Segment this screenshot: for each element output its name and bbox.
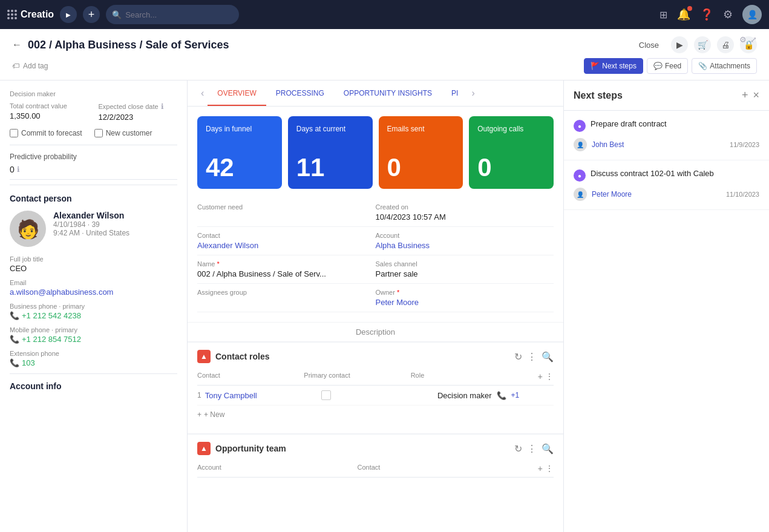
contact-roles-refresh-icon[interactable]: ↻ xyxy=(514,351,522,363)
tabs-next-button[interactable]: › xyxy=(468,88,478,99)
business-phone-label: Business phone · primary xyxy=(10,303,177,310)
extension-phone-link[interactable]: 103 xyxy=(22,358,35,367)
print-button[interactable]: 🖨 xyxy=(717,36,734,53)
feed-label: Feed xyxy=(665,62,681,70)
tab-overview[interactable]: OVERVIEW xyxy=(208,80,266,106)
top-navigation: Creatio ▶ + 🔍 ⊞ 🔔 ❓ ⚙ 👤 xyxy=(0,0,769,29)
opportunity-team-title: Opportunity team xyxy=(215,444,509,453)
opportunity-team-more-icon[interactable]: ⋮ xyxy=(527,443,537,455)
app-name: Creatio xyxy=(21,9,54,20)
step-dot-1: ● xyxy=(574,120,586,132)
contact-roles-table: Contact Primary contact Role + ⋮ 1 Tony … xyxy=(188,368,563,433)
add-new-label: + New xyxy=(204,410,224,419)
tab-processing[interactable]: PROCESSING xyxy=(266,80,334,106)
add-team-member-icon[interactable]: + xyxy=(538,464,543,473)
phone-extra-count: +1 xyxy=(511,391,520,399)
opportunity-team-search-icon[interactable]: 🔍 xyxy=(542,443,554,455)
next-step-item-1: ● Prepare draft contract 👤 John Best 11/… xyxy=(564,111,769,160)
expand-icon[interactable]: ⤢ xyxy=(750,35,757,44)
contact-person-section: Contact person 🧑 Alexander Wilson 4/10/1… xyxy=(10,185,177,367)
search-input[interactable] xyxy=(125,10,233,19)
close-button[interactable]: Close xyxy=(633,38,665,53)
contact-avatar: 🧑 xyxy=(10,211,46,247)
contact-row-name-link[interactable]: Tony Campbell xyxy=(205,391,257,400)
details-grid: Customer need Created on 10/4/2023 10:57… xyxy=(188,199,563,322)
row-number: 1 xyxy=(197,391,201,399)
opportunity-team-table-header: Account Contact + ⋮ xyxy=(188,460,563,478)
opportunity-team-collapse-button[interactable]: ▲ xyxy=(197,442,211,455)
feed-icon: 💬 xyxy=(653,62,663,70)
right-panel-header: Next steps + × xyxy=(564,80,769,111)
settings-gear-icon[interactable]: ⚙ xyxy=(739,35,747,44)
left-panel: Decision maker Total contract value 1,35… xyxy=(0,80,188,532)
email-link[interactable]: a.wilson@alphabusiness.com xyxy=(10,287,113,297)
bell-icon[interactable]: 🔔 xyxy=(677,8,690,21)
expected-close-date-value: 12/2/2023 xyxy=(99,113,178,122)
kpi-emails-sent: Emails sent 0 xyxy=(379,116,463,189)
right-panel-close-button[interactable]: × xyxy=(753,89,759,102)
help-icon[interactable]: ❓ xyxy=(700,8,713,21)
kpi-days-at-current-value: 11 xyxy=(296,155,364,180)
expected-date-info-icon[interactable]: ℹ xyxy=(161,102,164,111)
add-new-contact-role-button[interactable]: + + New xyxy=(197,406,554,424)
contact-name: Alexander Wilson xyxy=(53,211,177,220)
add-button[interactable]: + xyxy=(83,6,100,23)
contact-dob: 4/10/1984 · 39 xyxy=(53,220,177,229)
commit-to-forecast-checkbox[interactable] xyxy=(10,129,18,137)
more-contact-role-icon[interactable]: ⋮ xyxy=(545,372,554,381)
add-tag-area[interactable]: 🏷 Add tag xyxy=(12,62,48,70)
grid-icon[interactable]: ⊞ xyxy=(659,9,667,21)
step-dot-2: ● xyxy=(574,169,586,182)
phone-action-icon[interactable]: 📞 xyxy=(497,391,506,400)
business-phone-link[interactable]: +1 212 542 4238 xyxy=(22,311,81,320)
tab-pi[interactable]: PI xyxy=(442,80,468,106)
mobile-phone-icon: 📞 xyxy=(10,335,19,344)
tab-opportunity-insights[interactable]: OPPORTUNITY INSIGHTS xyxy=(334,80,442,106)
contact-roles-collapse-button[interactable]: ▲ xyxy=(197,350,211,363)
account-value[interactable]: Alpha Business xyxy=(376,241,554,250)
job-title-value: CEO xyxy=(10,264,177,273)
back-button[interactable]: ← xyxy=(12,39,22,50)
feed-tab-button[interactable]: 💬 Feed xyxy=(647,58,688,74)
step-date-2: 11/10/2023 xyxy=(726,191,759,198)
kpi-emails-sent-label: Emails sent xyxy=(387,125,455,133)
owner-value[interactable]: Peter Moore xyxy=(376,298,554,307)
owner-label: Owner * xyxy=(376,289,554,296)
mobile-phone-link[interactable]: +1 212 854 7512 xyxy=(22,335,81,344)
opportunity-team-header: ▲ Opportunity team ↻ ⋮ 🔍 xyxy=(188,433,563,460)
attachments-tab-button[interactable]: 📎 Attachments xyxy=(692,58,757,74)
play-button[interactable]: ▶ xyxy=(60,6,77,23)
contact-value[interactable]: Alexander Wilson xyxy=(197,241,376,250)
run-button[interactable]: ▶ xyxy=(671,36,688,53)
kpi-outgoing-calls-value: 0 xyxy=(477,155,545,180)
settings-icon[interactable]: ⚙ xyxy=(723,8,733,21)
next-step-item-2: ● Discuss contract 102-01 with Caleb 👤 P… xyxy=(564,160,769,210)
primary-contact-checkbox[interactable] xyxy=(321,390,331,400)
more-team-icon[interactable]: ⋮ xyxy=(545,464,554,473)
attachment-icon: 📎 xyxy=(698,62,707,70)
description-label: Description xyxy=(188,322,563,341)
right-panel-add-button[interactable]: + xyxy=(742,89,748,102)
contact-person-title: Contact person xyxy=(10,194,177,203)
predictive-info-icon[interactable]: ℹ xyxy=(17,165,20,174)
assignees-group-label: Assignees group xyxy=(197,289,376,296)
checkbox-row: Commit to forecast New customer xyxy=(10,129,177,137)
tabs-prev-button[interactable]: ‹ xyxy=(197,88,208,99)
cart-button[interactable]: 🛒 xyxy=(694,36,711,53)
search-box[interactable]: 🔍 xyxy=(106,5,239,24)
name-label: Name * xyxy=(197,260,376,268)
contact-roles-more-icon[interactable]: ⋮ xyxy=(527,351,537,363)
contact-roles-search-icon[interactable]: 🔍 xyxy=(542,351,554,363)
step-title-2: Discuss contract 102-01 with Caleb xyxy=(591,169,714,178)
opportunity-team-refresh-icon[interactable]: ↻ xyxy=(514,443,522,455)
step-user-2[interactable]: Peter Moore xyxy=(592,190,721,199)
step-user-1[interactable]: John Best xyxy=(592,140,725,149)
new-customer-checkbox[interactable] xyxy=(94,129,103,137)
add-contact-role-icon[interactable]: + xyxy=(538,372,543,381)
commit-to-forecast-label: Commit to forecast xyxy=(21,129,82,137)
sales-channel-label: Sales channel xyxy=(376,260,554,268)
user-avatar[interactable]: 👤 xyxy=(742,5,762,24)
kpi-cards-row: Days in funnel 42 Days at current 11 Ema… xyxy=(188,107,563,199)
next-steps-tab-button[interactable]: 🚩 Next steps xyxy=(584,58,643,74)
contact-col-header: Contact xyxy=(197,372,304,381)
